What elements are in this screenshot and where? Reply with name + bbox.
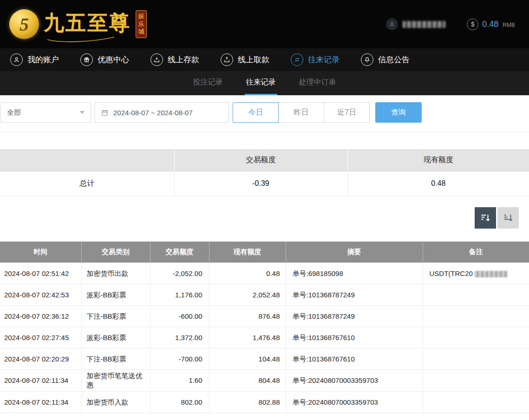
nav-item-label: 往来记录 (308, 54, 340, 65)
chevron-down-icon (80, 111, 85, 114)
quick-yesterday-button[interactable]: 昨日 (278, 102, 324, 123)
cell-amount: 1,372.00 (150, 327, 209, 348)
cell-remark (423, 306, 529, 327)
balance-display: $ 0.48 RMB (467, 19, 515, 30)
tab-betting-records[interactable]: 投注记录 (192, 71, 224, 95)
type-select[interactable]: 全部 (0, 102, 91, 123)
calendar-icon (101, 109, 109, 117)
cell-balance: 876.48 (209, 306, 286, 327)
deposit-icon (150, 53, 163, 66)
summary-header-blank (0, 149, 174, 171)
summary-section: 交易额度 现有额度 总计 -0.39 0.48 (0, 149, 529, 196)
cell-summary: 单号:202408070003359703 (286, 370, 423, 392)
cell-amount: -700.00 (150, 348, 209, 370)
header-summary: 摘要 (286, 242, 423, 263)
header-balance: 现有额度 (209, 242, 286, 263)
cell-summary: 单号:101368787249 (286, 284, 423, 306)
nav-item-promotions[interactable]: 优惠中心 (80, 53, 129, 66)
user-area: $ 0.48 RMB (386, 18, 515, 30)
cell-amount: -2,052.00 (150, 263, 209, 284)
balance-amount: 0.48 (482, 20, 498, 29)
nav-item-label: 线上取款 (238, 54, 269, 65)
cell-remark (423, 327, 529, 348)
nav-item-label: 优惠中心 (98, 54, 129, 65)
header-category: 交易类别 (81, 242, 150, 263)
date-range-input[interactable]: 2024-08-07 ~ 2024-08-07 (95, 102, 229, 123)
table-row: 2024-08-07 02:51:42 加密货币出款 -2,052.00 0.4… (0, 263, 529, 284)
cell-category: 加密货币出款 (81, 263, 150, 284)
site-logo[interactable]: 5 九五至尊 娱乐城 (9, 9, 147, 39)
cell-category: 加密货币入款 (81, 392, 150, 413)
quick-last7days-button[interactable]: 近7日 (324, 102, 370, 123)
cell-time: 2024-08-07 02:20:29 (0, 348, 81, 370)
logo-badge: 娱乐城 (136, 10, 147, 39)
user-icon (10, 53, 23, 66)
summary-total-row: 总计 -0.39 0.48 (0, 171, 529, 196)
quick-today-button[interactable]: 今日 (233, 102, 279, 123)
cell-amount: 1.60 (150, 370, 209, 392)
currency-icon: $ (467, 19, 478, 30)
gift-icon (80, 53, 93, 66)
cell-category: 下注-BB彩票 (81, 348, 150, 370)
nav-item-deposit[interactable]: 线上存款 (150, 53, 199, 66)
sort-amount-asc-icon (503, 212, 514, 223)
summary-total-balance: 0.48 (347, 171, 529, 196)
cell-category: 加密货币笔笔送优惠 (81, 370, 150, 392)
tab-transaction-records[interactable]: 往来记录 (245, 71, 277, 95)
cell-remark (423, 370, 529, 392)
cell-balance: 804.48 (209, 370, 286, 392)
top-header: 5 九五至尊 娱乐城 $ 0.48 RMB (0, 0, 529, 48)
cell-category: 派彩-BB彩票 (81, 327, 150, 348)
nav-item-label: 我的账户 (27, 54, 59, 65)
summary-header-balance: 现有额度 (347, 149, 529, 171)
remark-text: USDT(TRC20 (430, 269, 473, 277)
sort-asc-button[interactable] (497, 207, 519, 229)
cell-time: 2024-08-07 02:11:34 (0, 370, 81, 392)
summary-total-amount: -0.39 (174, 171, 347, 196)
cell-amount: -600.00 (150, 306, 209, 327)
nav-item-label: 信息公告 (378, 54, 410, 65)
table-row: 2024-08-07 02:20:29 下注-BB彩票 -700.00 104.… (0, 348, 529, 370)
summary-total-label: 总计 (0, 171, 174, 196)
cell-time: 2024-08-07 02:51:42 (0, 263, 81, 284)
cell-remark: USDT(TRC20 (423, 263, 529, 284)
sort-desc-button[interactable] (475, 207, 496, 229)
person-icon (388, 20, 396, 28)
header-remark: 备注 (423, 242, 529, 263)
transactions-table: 时间 交易类别 交易额度 现有额度 摘要 备注 2024-08-07 02:51… (0, 242, 529, 413)
quick-date-group: 今日 昨日 近7日 (233, 102, 370, 123)
balance-currency: RMB (503, 20, 515, 28)
user-avatar[interactable] (386, 18, 398, 30)
table-row: 2024-08-07 02:42:53 派彩-BB彩票 1,176.00 2,0… (0, 284, 529, 306)
main-nav: 我的账户 优惠中心 线上存款 线上取款 (0, 48, 529, 71)
transfer-records-icon (291, 53, 303, 66)
nav-item-my-account[interactable]: 我的账户 (10, 53, 59, 66)
cell-remark (423, 392, 529, 413)
table-row: 2024-08-07 02:36:12 下注-BB彩票 -600.00 876.… (0, 306, 529, 327)
search-button[interactable]: 查询 (375, 102, 422, 123)
cell-balance: 1,476.48 (209, 327, 286, 348)
summary-header-amount: 交易额度 (174, 149, 347, 171)
table-row: 2024-08-07 02:11:34 加密货币入款 802.00 802.88… (0, 392, 529, 413)
cell-summary: 单号:202408070003359703 (286, 392, 423, 413)
tab-processing-orders[interactable]: 处理中订单 (298, 71, 338, 95)
logo-coin-icon: 5 (9, 9, 39, 39)
cell-amount: 802.00 (150, 392, 209, 413)
cell-category: 下注-BB彩票 (81, 306, 150, 327)
cell-summary: 单号:101368787249 (286, 306, 423, 327)
cell-time: 2024-08-07 02:42:53 (0, 284, 81, 306)
nav-item-announcements[interactable]: 信息公告 (361, 53, 410, 66)
cell-summary: 单号:698185098 (286, 263, 423, 284)
cell-remark (423, 284, 529, 306)
username-redacted (403, 21, 445, 28)
filter-bar: 全部 2024-08-07 ~ 2024-08-07 今日 昨日 近7日 查询 (0, 95, 529, 132)
nav-item-withdraw[interactable]: 线上取款 (221, 53, 269, 66)
withdraw-icon (221, 53, 233, 66)
cell-time: 2024-08-07 02:11:34 (0, 392, 81, 413)
cell-balance: 104.48 (209, 348, 286, 370)
table-row: 2024-08-07 02:27:45 派彩-BB彩票 1,372.00 1,4… (0, 327, 529, 348)
nav-item-records[interactable]: 往来记录 (291, 53, 340, 66)
sort-amount-desc-icon (480, 212, 491, 223)
bell-icon (361, 53, 373, 66)
cell-balance: 802.88 (209, 392, 286, 413)
